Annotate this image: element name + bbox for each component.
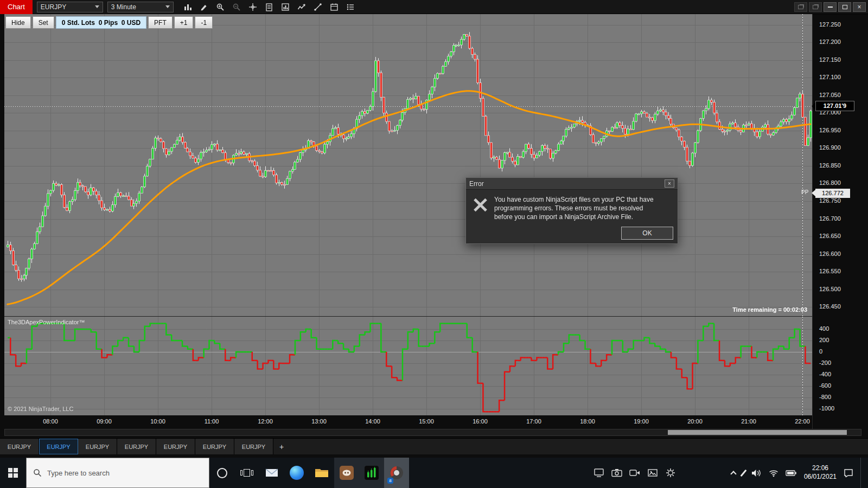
instrument-value: EURJPY [41, 3, 66, 11]
error-x-icon [473, 197, 488, 213]
pft-button[interactable]: PFT [148, 16, 173, 29]
nt8-badge: 8 [387, 478, 393, 484]
indicator-chart-canvas[interactable] [4, 317, 812, 415]
price-axis-label: 126.800 [819, 179, 841, 186]
close-icon[interactable]: × [665, 179, 674, 188]
windows-logo-icon [8, 468, 18, 478]
time-axis-label: 14:00 [362, 418, 384, 425]
indicators-icon[interactable] [295, 2, 309, 12]
chart-window-icon[interactable] [279, 2, 292, 12]
hidden-icons-chevron[interactable] [730, 471, 736, 477]
minus-one-button[interactable]: -1 [195, 16, 213, 29]
file-explorer-button[interactable] [309, 458, 334, 488]
scrollbar-thumb[interactable] [668, 430, 847, 435]
add-tab-button[interactable]: + [273, 439, 290, 454]
time-axis-label: 20:00 [684, 418, 706, 425]
time-axis-label: 09:00 [93, 418, 115, 425]
price-axis-label: 127.100 [819, 74, 841, 80]
cortana-button[interactable] [209, 458, 234, 488]
hide-button[interactable]: Hide [5, 16, 31, 29]
start-button[interactable] [0, 458, 26, 488]
error-message: You have custom NinjaScript files on you… [494, 195, 662, 222]
chart-tab-5[interactable]: EURJPY [195, 439, 234, 454]
draw-tool-icon[interactable] [197, 2, 211, 12]
minimize-icon[interactable] [824, 2, 837, 12]
discord-button[interactable] [334, 458, 359, 488]
crosshair-icon[interactable] [246, 2, 260, 12]
video-camera-icon[interactable] [629, 468, 640, 477]
chart-tab-1[interactable]: EURJPY [39, 439, 78, 454]
maximize-icon[interactable] [838, 2, 851, 12]
chart-region: The3DApexPowerIndicator™ © 2021 NinjaTra… [0, 14, 868, 438]
price-axis[interactable]: 127.01'9 126.772 127.250127.200127.15012… [812, 14, 868, 429]
show-desktop-button[interactable] [860, 458, 864, 488]
ok-button[interactable]: OK [621, 227, 673, 240]
wifi-icon[interactable] [769, 469, 778, 477]
chart-tab-0[interactable]: EURJPY [0, 439, 39, 454]
price-axis-label: 126.950 [819, 127, 841, 133]
price-chart-canvas[interactable] [4, 14, 812, 316]
chart-tab-strip: EURJPYEURJPYEURJPYEURJPYEURJPYEURJPYEURJ… [0, 438, 868, 454]
time-axis-label: 18:00 [577, 418, 598, 425]
price-axis-label: 127.200 [819, 38, 841, 45]
indicator-axis-label: -600 [819, 382, 831, 389]
task-view-button[interactable] [234, 458, 259, 488]
time-axis-label: 12:00 [254, 418, 276, 425]
chart-trader-bar: Hide Set 0 Std. Lots 0 Pips 0 USD PFT +1… [5, 16, 213, 29]
photos-icon[interactable] [647, 468, 658, 477]
discord-icon [340, 466, 354, 480]
price-axis-label: 126.450 [819, 303, 841, 310]
battery-icon[interactable] [786, 468, 797, 477]
line-tool-icon[interactable] [311, 2, 325, 12]
data-series-icon[interactable] [328, 2, 341, 12]
instrument-selector[interactable]: EURJPY [37, 2, 103, 12]
workspace-icon[interactable] [794, 2, 807, 12]
task-view-icon [240, 469, 253, 477]
ninjatrader-button[interactable]: 8 [384, 458, 409, 488]
time-axis-label: 19:00 [630, 418, 652, 425]
chart-toolbar [181, 2, 358, 12]
chart-tab-3[interactable]: EURJPY [117, 439, 156, 454]
camera-icon[interactable] [611, 468, 622, 477]
time-axis-label: 10:00 [147, 418, 169, 425]
indicator-axis-label: 0 [819, 348, 822, 355]
plus-one-button[interactable]: +1 [174, 16, 194, 29]
chart-tab-2[interactable]: EURJPY [78, 439, 117, 454]
pen-icon[interactable] [740, 469, 746, 476]
indicator-axis-label: -800 [819, 394, 831, 400]
volume-icon[interactable] [751, 469, 762, 477]
gear-icon[interactable] [665, 467, 676, 478]
chart-tab-6[interactable]: EURJPY [234, 439, 273, 454]
file-explorer-icon [315, 467, 329, 478]
chevron-down-icon [95, 5, 99, 8]
price-axis-label: 126.700 [819, 215, 841, 222]
properties-icon[interactable] [344, 2, 358, 12]
close-icon[interactable]: × [853, 2, 866, 12]
taskbar-search[interactable]: Type here to search [26, 458, 209, 488]
price-axis-label: 127.150 [819, 56, 841, 63]
taskbar-clock[interactable]: 22:06 06/01/2021 [804, 464, 837, 481]
chart-app-button[interactable] [359, 458, 384, 488]
copyright-label: © 2021 NinjaTrader, LLC [8, 406, 73, 412]
position-info: 0 Std. Lots 0 Pips 0 USD [56, 16, 146, 29]
screen-share-icon[interactable] [593, 468, 604, 478]
clock-time: 22:06 [804, 464, 837, 473]
set-button[interactable]: Set [33, 16, 54, 29]
period-selector[interactable]: 3 Minute [107, 2, 174, 12]
zoom-out-icon[interactable] [230, 2, 244, 12]
zoom-in-icon[interactable] [214, 2, 227, 12]
time-axis[interactable]: 08:0009:0010:0011:0012:0013:0014:0015:00… [0, 416, 812, 428]
indicator-axis-label: 200 [819, 337, 829, 343]
mail-button[interactable] [259, 458, 284, 488]
error-dialog-titlebar[interactable]: Error × [466, 178, 678, 190]
error-dialog: Error × You have custom NinjaScript file… [465, 177, 678, 244]
edge-button[interactable] [284, 458, 309, 488]
chart-tab-4[interactable]: EURJPY [156, 439, 195, 454]
chart-style-icon[interactable] [181, 2, 195, 12]
workspace-icon[interactable] [809, 2, 822, 12]
horizontal-scrollbar[interactable] [4, 429, 861, 436]
report-icon[interactable] [263, 2, 276, 12]
price-axis-label: 126.850 [819, 162, 841, 169]
notification-icon[interactable] [844, 468, 853, 477]
window-titlebar[interactable]: Chart EURJPY 3 Minute × [0, 0, 868, 14]
